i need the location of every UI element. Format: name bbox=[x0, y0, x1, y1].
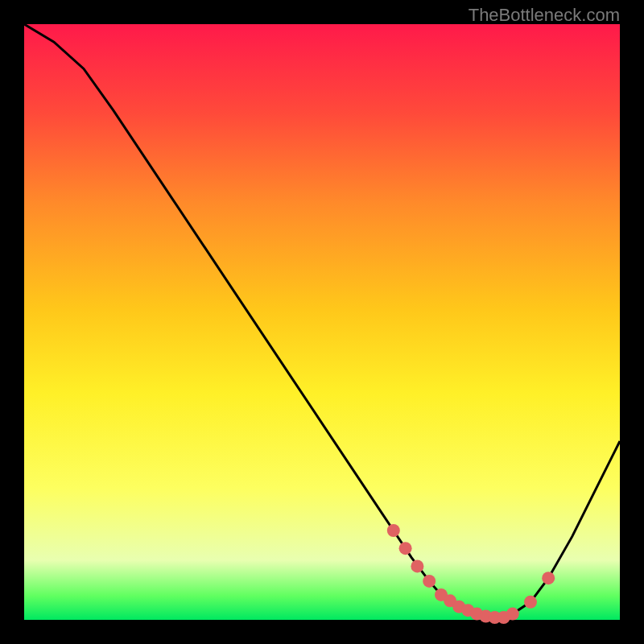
main-curve bbox=[24, 24, 620, 618]
marker-dot bbox=[524, 596, 537, 609]
marker-dot bbox=[411, 559, 423, 572]
marker-dot bbox=[423, 575, 436, 588]
watermark-text: TheBottleneck.com bbox=[469, 5, 620, 26]
curve-svg bbox=[24, 24, 620, 620]
marker-dot bbox=[387, 524, 400, 537]
plot-area bbox=[24, 24, 620, 620]
marker-dot bbox=[399, 542, 412, 555]
marker-dot bbox=[506, 608, 519, 621]
chart-container: TheBottleneck.com bbox=[0, 0, 644, 644]
marker-dot bbox=[542, 572, 555, 584]
marker-group bbox=[387, 524, 555, 624]
